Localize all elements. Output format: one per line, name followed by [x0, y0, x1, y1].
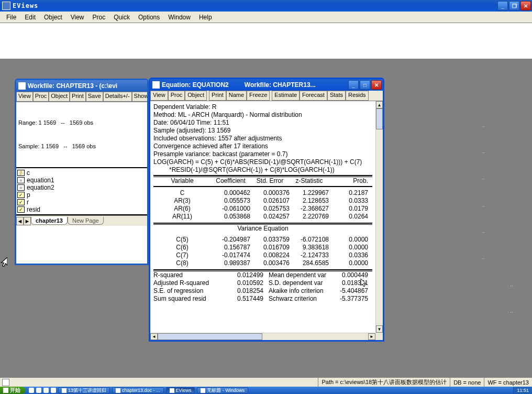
wf-btn-show[interactable]: Show — [132, 92, 147, 102]
menu-edit[interactable]: Edit — [20, 13, 40, 22]
scroll-thumb-h[interactable] — [158, 333, 262, 340]
minimize-button[interactable]: _ — [497, 1, 508, 10]
cell: 0.0000 — [329, 244, 368, 251]
wf-item-eq1[interactable]: =equation1 — [17, 177, 146, 184]
workfile-range: Range: 1 1569 -- 1569 obs — [18, 119, 145, 127]
quick-launch — [29, 388, 56, 393]
quick-icon[interactable] — [43, 388, 49, 393]
app-icon — [201, 388, 205, 393]
wf-item-resid[interactable]: ✓resid — [17, 206, 146, 213]
wf-btn-save[interactable]: Save — [86, 92, 103, 102]
col-prob: Prob. — [329, 177, 368, 185]
stats-row: Sum squared resid0.517449Schwarz criteri… — [153, 295, 372, 303]
task-button[interactable]: EViews — [166, 387, 195, 393]
table-row: C(7)-0.0174740.008224-2.1247330.0336 — [153, 251, 372, 259]
eq-btn-estimate[interactable]: Estimate — [272, 91, 300, 101]
horizontal-scrollbar[interactable]: ◄ ► — [150, 333, 375, 340]
bg-dot: ·· — [482, 150, 485, 156]
eviews-icon — [170, 388, 174, 393]
menu-quick[interactable]: Quick — [109, 13, 134, 22]
eq-maximize-button[interactable]: □ — [360, 80, 370, 90]
eq-btn-forecast[interactable]: Forecast — [300, 91, 327, 101]
workfile-titlebar[interactable]: Workfile: CHAPTER13 - (c:\evi — [16, 80, 147, 92]
task-button[interactable]: 无标题 - Windows — [197, 387, 248, 393]
menu-view[interactable]: View — [66, 13, 88, 22]
wf-btn-proc[interactable]: Proc — [33, 92, 49, 102]
scroll-left-button[interactable]: ◄ — [150, 333, 158, 340]
eq-btn-freeze[interactable]: Freeze — [247, 91, 270, 101]
eq-title-2: Workfile: CHAPTER13... — [245, 81, 316, 89]
wf-item-eq2[interactable]: =equation2 — [17, 184, 146, 191]
eq-close-button[interactable]: ✕ — [371, 80, 382, 90]
wf-item-label: equation1 — [27, 177, 54, 184]
cell: -0.061000 — [211, 205, 250, 213]
cell: 0.003476 — [250, 259, 290, 267]
menu-proc[interactable]: Proc — [88, 13, 110, 22]
eq-minimize-button[interactable]: _ — [348, 80, 359, 90]
cell: -5.404867 — [331, 287, 368, 295]
wf-item-p[interactable]: ✓p — [17, 191, 146, 199]
wf-btn-object[interactable]: Object — [49, 92, 70, 102]
col-stderr: Std. Error — [250, 177, 290, 185]
tab-scroll-right[interactable]: ► — [24, 217, 31, 225]
quick-icon[interactable] — [29, 388, 34, 393]
tab-new-page[interactable]: New Page — [68, 217, 104, 225]
menu-object[interactable]: Object — [40, 13, 66, 22]
eq-btn-proc[interactable]: Proc — [168, 91, 185, 101]
tab-chapter13[interactable]: chapter13 — [31, 217, 68, 225]
eq-btn-stats[interactable]: Stats — [327, 91, 346, 101]
wf-btn-print[interactable]: Print — [70, 92, 86, 102]
tab-scroll-left[interactable]: ◄ — [16, 217, 24, 225]
start-button[interactable]: 开始 — [0, 387, 26, 394]
scroll-down-button[interactable]: ▼ — [376, 325, 383, 333]
task-button[interactable]: 13第十三讲虚回归 — [58, 387, 110, 393]
menu-options[interactable]: Options — [134, 13, 164, 22]
table-row: C(8)0.9893870.003476284.65850.0000 — [153, 259, 372, 267]
eq-btn-resids[interactable]: Resids — [346, 91, 369, 101]
menu-help[interactable]: Help — [195, 13, 216, 22]
menu-window[interactable]: Window — [164, 13, 195, 22]
wf-btn-view[interactable]: View — [16, 92, 33, 102]
eq-line: Sample (adjusted): 13 1569 — [153, 127, 372, 135]
eq-btn-print[interactable]: Print — [209, 91, 226, 101]
wf-item-c[interactable]: βc — [17, 169, 146, 177]
cell: AR(11) — [153, 213, 211, 221]
eq-btn-view[interactable]: View — [150, 91, 168, 101]
eq-btn-object[interactable]: Object — [185, 91, 207, 101]
menu-file[interactable]: File — [2, 13, 20, 22]
system-tray[interactable]: 11:51 — [513, 387, 532, 394]
clock: 11:51 — [517, 388, 529, 393]
wf-btn-details[interactable]: Details+/- — [103, 92, 132, 102]
cell: 284.6585 — [290, 259, 329, 267]
cell: -0.204987 — [211, 236, 250, 244]
status-checkbox[interactable] — [2, 379, 9, 386]
stats-row: R-squared0.012499Mean dependent var0.000… — [153, 271, 372, 279]
cell: C(7) — [153, 251, 211, 259]
eq-table-header: Variable Coefficient Std. Error z-Statis… — [153, 177, 372, 187]
equation-window-icon — [152, 81, 160, 89]
equation-window: Equation: EQUATION2 Workfile: CHAPTER13.… — [149, 78, 384, 342]
table-row: C(6)0.1567870.0167099.3836180.0000 — [153, 244, 372, 251]
equation-titlebar[interactable]: Equation: EQUATION2 Workfile: CHAPTER13.… — [150, 79, 383, 91]
scroll-up-button[interactable]: ▲ — [376, 101, 383, 108]
cell: Schwarz criterion — [263, 295, 331, 303]
scroll-thumb[interactable] — [376, 108, 383, 129]
cell: Adjusted R-squared — [153, 279, 227, 287]
vertical-scrollbar[interactable]: ▲ ▼ — [375, 101, 383, 333]
cell: Sum squared resid — [153, 295, 227, 303]
cell: Akaike info criterion — [263, 287, 331, 295]
task-button[interactable]: chapter13.doc - ... — [112, 387, 164, 393]
cell: S.E. of regression — [153, 287, 227, 295]
wf-item-label: r — [27, 199, 29, 206]
menubar: File Edit Object View Proc Quick Options… — [0, 12, 532, 23]
cell: 0.053868 — [211, 213, 250, 221]
scroll-right-button[interactable]: ► — [368, 333, 375, 340]
quick-icon[interactable] — [51, 388, 56, 393]
app-title: EViews — [13, 2, 38, 9]
quick-icon[interactable] — [36, 388, 41, 393]
cell: R-squared — [153, 271, 227, 279]
wf-item-r[interactable]: ✓r — [17, 199, 146, 206]
close-button[interactable]: ✕ — [520, 1, 531, 10]
restore-button[interactable]: ❐ — [509, 1, 519, 10]
eq-btn-name[interactable]: Name — [226, 91, 247, 101]
